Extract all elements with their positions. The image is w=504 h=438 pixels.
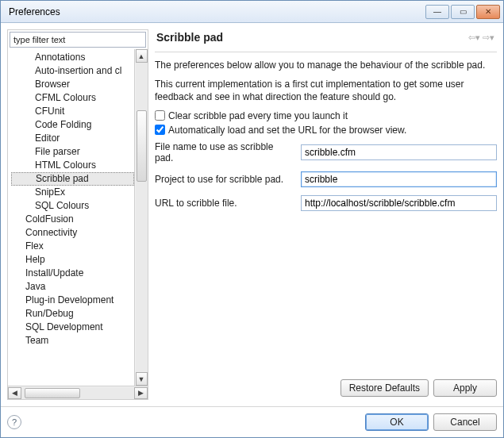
project-label: Project to use for scribble pad.	[155, 174, 294, 185]
scroll-left-icon[interactable]: ◀	[8, 387, 21, 399]
tree-item[interactable]: Editor	[11, 132, 134, 145]
tree-item[interactable]: Annotations	[11, 51, 134, 64]
tree-item[interactable]: Install/Update	[11, 267, 134, 280]
implementation-note: This current implementation is a first c…	[155, 78, 497, 103]
vscroll-track[interactable]	[136, 63, 148, 372]
project-row: Project to use for scribble pad.	[155, 171, 497, 187]
tree-item[interactable]: CFUnit	[11, 105, 134, 118]
tree-item[interactable]: Connectivity	[11, 226, 134, 240]
close-button[interactable]: ✕	[476, 5, 500, 19]
filter-input[interactable]	[10, 32, 146, 48]
tree-item[interactable]: HTML Colours	[11, 159, 134, 172]
filename-row: File name to use as scribble pad.	[155, 141, 497, 163]
window-buttons: — ▭ ✕	[425, 5, 500, 19]
tree-item[interactable]: Plug-in Development	[11, 294, 134, 307]
tree-item[interactable]: SQL Colours	[11, 199, 134, 213]
tree-item[interactable]: Run/Debug	[11, 307, 134, 321]
project-input[interactable]	[301, 171, 497, 187]
tree-item[interactable]: SnipEx	[11, 186, 134, 199]
tree-item[interactable]: Help	[11, 253, 134, 267]
scroll-down-icon[interactable]: ▼	[136, 372, 148, 386]
clear-checkbox-label[interactable]: Clear scribble pad every time you launch…	[168, 110, 348, 121]
scroll-up-icon[interactable]: ▲	[136, 49, 148, 63]
filename-input[interactable]	[301, 144, 497, 160]
titlebar: Preferences — ▭ ✕	[1, 1, 503, 23]
help-icon[interactable]: ?	[7, 415, 21, 429]
tree-item[interactable]: Team	[11, 334, 134, 348]
tree-item[interactable]: Scribble pad	[11, 172, 134, 186]
forward-icon[interactable]: ⇨▾	[481, 31, 495, 44]
hscroll-thumb[interactable]	[25, 388, 80, 398]
cancel-button[interactable]: Cancel	[433, 413, 497, 431]
autoload-checkbox[interactable]	[155, 125, 165, 135]
tree-item[interactable]: File parser	[11, 145, 134, 159]
autoload-checkbox-label[interactable]: Automatically load and set the URL for t…	[168, 125, 406, 136]
main-header: Scribble pad ⇦▾ ⇨▾	[155, 29, 497, 52]
footer: ? OK Cancel	[1, 406, 503, 437]
tree-item[interactable]: SQL Development	[11, 321, 134, 334]
horizontal-scrollbar[interactable]: ◀ ▶	[8, 386, 148, 399]
vertical-scrollbar[interactable]: ▲ ▼	[134, 49, 148, 386]
autoload-checkbox-row: Automatically load and set the URL for t…	[155, 125, 497, 136]
ok-button[interactable]: OK	[365, 413, 429, 431]
restore-defaults-button[interactable]: Restore Defaults	[340, 379, 429, 397]
tree-item[interactable]: Code Folding	[11, 118, 134, 132]
minimize-button[interactable]: —	[425, 5, 449, 19]
tree-item[interactable]: CFML Colours	[11, 91, 134, 105]
back-icon[interactable]: ⇦▾	[467, 31, 481, 44]
vscroll-thumb[interactable]	[137, 110, 147, 182]
description-text: The preferences below allow you to manag…	[155, 59, 497, 71]
apply-button[interactable]: Apply	[433, 379, 497, 397]
maximize-button[interactable]: ▭	[451, 5, 475, 19]
tree-item[interactable]: Flex	[11, 240, 134, 253]
scroll-right-icon[interactable]: ▶	[134, 387, 148, 399]
main-panel: Scribble pad ⇦▾ ⇨▾ The preferences below…	[155, 29, 497, 400]
page-title: Scribble pad	[156, 31, 467, 44]
hscroll-track[interactable]	[21, 387, 134, 399]
preference-tree[interactable]: AnnotationsAuto-insertion and clBrowserC…	[8, 49, 134, 386]
sidebar: AnnotationsAuto-insertion and clBrowserC…	[7, 29, 148, 400]
window-title: Preferences	[9, 6, 425, 17]
tree-item[interactable]: Auto-insertion and cl	[11, 64, 134, 78]
filename-label: File name to use as scribble pad.	[155, 141, 294, 163]
tree-item[interactable]: ColdFusion	[11, 213, 134, 226]
tree-item[interactable]: Browser	[11, 78, 134, 91]
client-area: AnnotationsAuto-insertion and clBrowserC…	[1, 23, 503, 406]
url-input[interactable]	[301, 195, 497, 211]
tree-item[interactable]: Java	[11, 280, 134, 294]
content-buttons: Restore Defaults Apply	[155, 376, 497, 400]
url-row: URL to scribble file.	[155, 195, 497, 211]
url-label: URL to scribble file.	[155, 198, 294, 209]
clear-checkbox-row: Clear scribble pad every time you launch…	[155, 110, 497, 121]
clear-checkbox[interactable]	[155, 110, 165, 121]
